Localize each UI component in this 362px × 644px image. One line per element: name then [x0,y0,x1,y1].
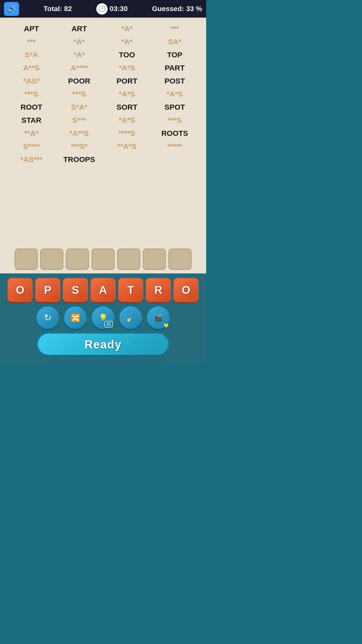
word-cell[interactable]: ROOT [8,101,55,113]
letter-tile-r-5[interactable]: R [146,278,171,302]
word-cell[interactable]: TOO [103,49,151,61]
game-header: 🔊 Total: 82 🕐 03:30 Guessed: 33 % [0,0,206,18]
word-cell[interactable]: ***S* [55,140,103,152]
refresh-icon: ↻ [44,312,52,323]
word-cell[interactable]: *A*S [103,88,151,100]
refresh-button[interactable]: ↻ [36,306,59,329]
video-icon: 🎬 [154,314,162,322]
word-cell[interactable]: *A*S [103,62,151,74]
word-cell[interactable]: SORT [103,101,151,113]
guessed-display: Guessed: 33 % [152,5,202,13]
input-box[interactable] [66,249,89,270]
word-cell[interactable]: *A*S [103,114,151,126]
word-cell[interactable]: ART [55,23,103,35]
shuffle-button[interactable]: 🔀 [64,306,87,329]
sound-button[interactable]: 🔊 [4,2,19,16]
word-cell[interactable]: **A* [8,127,55,139]
words-area: APTART*A********A**A*SA*S*A*A*TOOTOPA**S… [0,18,206,244]
word-cell[interactable]: S*A* [55,101,103,113]
word-cell[interactable]: A**S [8,62,55,74]
letter-tile-p-1[interactable]: P [35,278,60,302]
letter-tile-o-6[interactable]: O [173,278,199,302]
video-button[interactable]: 🎬 💛 [147,306,170,329]
word-cell[interactable]: *AS*** [8,153,55,166]
word-cell[interactable]: ***S [151,114,199,126]
word-cell[interactable]: S**** [8,140,55,152]
input-box[interactable] [117,249,140,270]
input-box[interactable] [168,249,192,270]
timer-block: 🕐 03:30 [96,3,128,15]
word-cell[interactable]: TOP [151,49,199,61]
bottom-space [0,363,206,413]
word-cell[interactable]: *A* [55,49,103,61]
word-cell[interactable]: *A* [55,36,103,48]
word-cell[interactable]: PORT [103,75,151,87]
word-cell[interactable]: ROOTS [151,127,199,139]
guessed-unit: % [196,5,202,13]
letter-tiles-row: OPSATRO [5,278,201,302]
hint-button[interactable]: 💡 21 [92,306,114,329]
total-display: Total: 82 [43,5,72,13]
timer-icon: 🕐 [96,3,108,15]
word-cell[interactable]: S*** [55,114,103,126]
word-cell[interactable]: *A* [103,36,151,48]
word-cell[interactable]: *A* [103,23,151,35]
clear-icon: 🧹 [126,313,135,322]
control-buttons: ↻ 🔀 💡 21 🧹 🎬 💛 [5,306,201,329]
input-box[interactable] [40,249,63,270]
guessed-label: Guessed: [152,5,184,13]
word-cell[interactable]: ****S [103,127,151,139]
tiles-area: OPSATRO ↻ 🔀 💡 21 🧹 🎬 💛 Ready [0,273,206,363]
word-cell[interactable]: TROOPS [55,153,103,166]
word-cell[interactable]: POOR [55,75,103,87]
word-cell[interactable]: **A*S [103,140,151,152]
hint-count: 21 [104,321,113,328]
clear-button[interactable]: 🧹 [119,306,142,329]
guessed-value: 33 [186,5,194,13]
word-cell[interactable]: ***** [151,140,199,152]
word-cell[interactable]: *A**S [55,127,103,139]
input-box[interactable] [143,249,166,270]
timer-display: 03:30 [110,5,128,13]
total-label: Total: [43,5,62,13]
word-cell[interactable]: STAR [8,114,55,126]
words-grid: APTART*A********A**A*SA*S*A*A*TOOTOPA**S… [8,23,199,166]
word-cell[interactable]: PART [151,62,199,74]
word-cell[interactable]: POST [151,75,199,87]
input-box[interactable] [92,249,115,270]
word-cell[interactable]: SPOT [151,101,199,113]
letter-tile-a-3[interactable]: A [90,278,116,302]
word-cell[interactable]: *** [8,36,55,48]
input-boxes-row [0,244,206,273]
word-cell[interactable]: S*A [8,49,55,61]
word-cell[interactable]: *** [151,23,199,35]
word-cell[interactable]: SA* [151,36,199,48]
word-cell[interactable]: A**** [55,62,103,74]
letter-tile-o-0[interactable]: O [8,278,33,302]
word-cell[interactable]: *AS* [8,75,55,87]
letter-tile-s-2[interactable]: S [63,278,88,302]
ready-button[interactable]: Ready [38,334,168,355]
word-cell[interactable]: ***S [8,88,55,100]
shuffle-icon: 🔀 [71,313,80,322]
total-value: 82 [64,5,72,13]
word-cell[interactable]: *A*S [151,88,199,100]
input-box[interactable] [15,249,38,270]
letter-tile-t-4[interactable]: T [118,278,143,302]
word-cell[interactable]: APT [8,23,55,35]
word-cell[interactable]: ***S [55,88,103,100]
